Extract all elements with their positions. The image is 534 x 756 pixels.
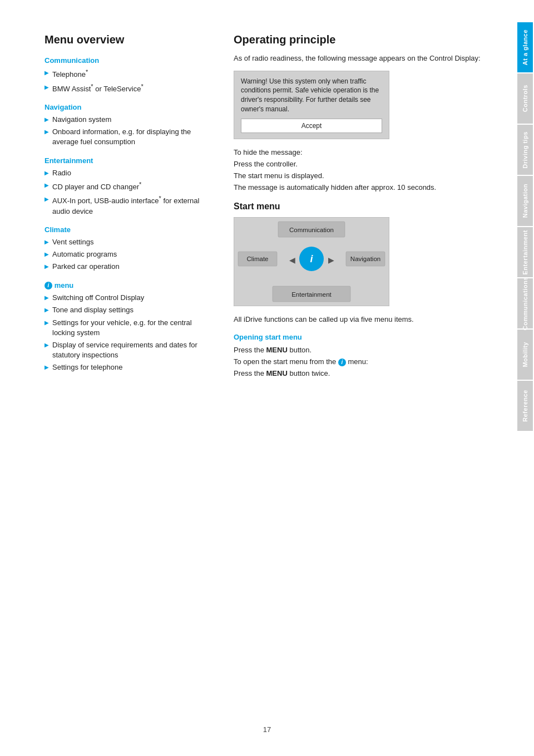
instruction-block: To hide the message: Press the controlle… (234, 147, 494, 193)
page-container: Menu overview Communication ▶ Telephone*… (0, 0, 534, 756)
opening-start-heading: Opening start menu (234, 333, 494, 341)
entertainment-section: Entertainment ▶ Radio ▶ CD player and CD… (44, 156, 211, 217)
svg-text:Navigation: Navigation (350, 256, 380, 262)
sidebar: At a glance Controls Driving tips Naviga… (516, 0, 534, 756)
list-item: ▶ Switching off Control Display (44, 293, 211, 303)
list-item: ▶ Display of service requirements and da… (44, 340, 211, 360)
asterisk: * (159, 195, 161, 202)
sidebar-tab-mobility[interactable]: Mobility (517, 330, 533, 380)
step1-suffix: button. (288, 346, 312, 354)
bullet-arrow-icon: ▶ (44, 84, 49, 91)
sidebar-tab-at-a-glance[interactable]: At a glance (517, 22, 533, 72)
list-item: ▶ Onboard information, e.g. for displayi… (44, 127, 211, 147)
sidebar-tab-reference[interactable]: Reference (517, 381, 533, 431)
sidebar-tab-label: Reference (522, 390, 528, 422)
svg-text:▶: ▶ (328, 256, 334, 264)
imenu-section: i menu ▶ Switching off Control Display ▶… (44, 281, 211, 373)
entertainment-item-3: AUX-In port, USB-audio interface* for ex… (52, 194, 211, 217)
sidebar-tab-label: Driving tips (522, 131, 528, 169)
warning-box: Warning! Use this system only when traff… (234, 71, 389, 140)
list-item: ▶ Vent settings (44, 237, 211, 247)
list-item: ▶ Parked car operation (44, 262, 211, 272)
bullet-arrow-icon: ▶ (44, 195, 49, 203)
sidebar-tab-label: Communications (522, 277, 528, 330)
entertainment-list: ▶ Radio ▶ CD player and CD changer* ▶ AU… (44, 168, 211, 217)
step2-suffix: menu: (346, 357, 368, 366)
step2-prefix: To open the start menu from the (234, 357, 338, 366)
step1-bold: MENU (266, 346, 288, 354)
bullet-arrow-icon: ▶ (44, 169, 49, 177)
instruction-line-4: The message is automatically hidden afte… (234, 182, 494, 194)
opening-start-steps: Press the MENU button. To open the start… (234, 345, 494, 379)
svg-text:◀: ◀ (289, 256, 295, 264)
sidebar-tab-label: Navigation (522, 184, 528, 218)
step-3: Press the MENU button twice. (234, 368, 494, 380)
imenu-item-1: Switching off Control Display (52, 293, 144, 303)
bullet-arrow-icon: ▶ (44, 263, 49, 271)
sidebar-tab-label: Entertainment (522, 230, 528, 274)
svg-text:Communication: Communication (289, 227, 334, 233)
sidebar-tab-driving-tips[interactable]: Driving tips (517, 125, 533, 175)
list-item: ▶ AUX-In port, USB-audio interface* for … (44, 194, 211, 217)
bullet-arrow-icon: ▶ (44, 181, 49, 189)
idrive-description: All iDrive functions can be called up vi… (234, 314, 494, 326)
imenu-item-4: Display of service requirements and date… (52, 340, 211, 360)
list-item: ▶ Settings for your vehicle, e.g. for th… (44, 318, 211, 338)
list-item: ▶ Navigation system (44, 115, 211, 125)
step-2: To open the start menu from the i menu: (234, 356, 494, 368)
right-column: Operating principle As of radio readines… (234, 33, 494, 723)
climate-item-3: Parked car operation (52, 262, 120, 272)
step3-bold: MENU (266, 369, 288, 377)
list-item: ▶ Radio (44, 168, 211, 178)
bullet-arrow-icon: ▶ (44, 69, 49, 77)
step-1: Press the MENU button. (234, 345, 494, 356)
climate-heading: Climate (44, 225, 211, 234)
communication-item-1: Telephone* (52, 68, 88, 80)
op-intro: As of radio readiness, the following mes… (234, 53, 494, 64)
main-content: Menu overview Communication ▶ Telephone*… (0, 0, 516, 756)
idrive-svg: Communication Climate Navigation Enterta… (234, 217, 389, 306)
communication-item-2: BMW Assist* or TeleService* (52, 82, 144, 95)
i-menu-icon: i (44, 282, 52, 289)
communication-list: ▶ Telephone* ▶ BMW Assist* or TeleServic… (44, 68, 211, 94)
instruction-line-3: The start menu is displayed. (234, 170, 494, 182)
list-item: ▶ BMW Assist* or TeleService* (44, 82, 211, 95)
navigation-list: ▶ Navigation system ▶ Onboard informatio… (44, 115, 211, 148)
imenu-label: menu (55, 281, 74, 289)
warning-text: Warning! Use this system only when traff… (241, 77, 382, 114)
imenu-item-2: Tone and display settings (52, 305, 134, 315)
navigation-item-2: Onboard information, e.g. for displaying… (52, 127, 211, 147)
communication-heading: Communication (44, 56, 211, 65)
accept-bar: Accept (241, 119, 382, 134)
page-number: 17 (263, 725, 271, 734)
entertainment-heading: Entertainment (44, 156, 211, 165)
sidebar-tab-entertainment[interactable]: Entertainment (517, 227, 533, 277)
left-column: Menu overview Communication ▶ Telephone*… (44, 33, 211, 723)
instruction-line-2: Press the controller. (234, 159, 494, 170)
idrive-diagram: Communication Climate Navigation Enterta… (234, 217, 389, 306)
imenu-list: ▶ Switching off Control Display ▶ Tone a… (44, 293, 211, 372)
bullet-arrow-icon: ▶ (44, 128, 49, 136)
imenu-item-5: Settings for telephone (52, 362, 122, 372)
list-item: ▶ Settings for telephone (44, 362, 211, 372)
entertainment-item-1: Radio (52, 168, 71, 178)
sidebar-tab-label: Controls (522, 85, 528, 112)
bullet-arrow-icon: ▶ (44, 294, 49, 302)
communication-section: Communication ▶ Telephone* ▶ BMW Assist*… (44, 56, 211, 94)
bullet-arrow-icon: ▶ (44, 238, 49, 246)
imenu-item-3: Settings for your vehicle, e.g. for the … (52, 318, 211, 338)
step3-prefix: Press the (234, 369, 266, 377)
bullet-arrow-icon: ▶ (44, 306, 49, 314)
step1-prefix: Press the (234, 346, 266, 354)
sidebar-tab-label: Mobility (522, 342, 528, 367)
sidebar-tab-communications[interactable]: Communications (517, 278, 533, 328)
navigation-heading: Navigation (44, 103, 211, 111)
sidebar-tab-controls[interactable]: Controls (517, 73, 533, 124)
operating-principle-title: Operating principle (234, 33, 494, 46)
sidebar-tab-navigation[interactable]: Navigation (517, 176, 533, 226)
step3-suffix: button twice. (288, 369, 330, 377)
list-item: ▶ Telephone* (44, 68, 211, 80)
list-item: ▶ CD player and CD changer* (44, 180, 211, 193)
imenu-heading: i menu (44, 281, 211, 290)
svg-text:Climate: Climate (247, 256, 269, 262)
